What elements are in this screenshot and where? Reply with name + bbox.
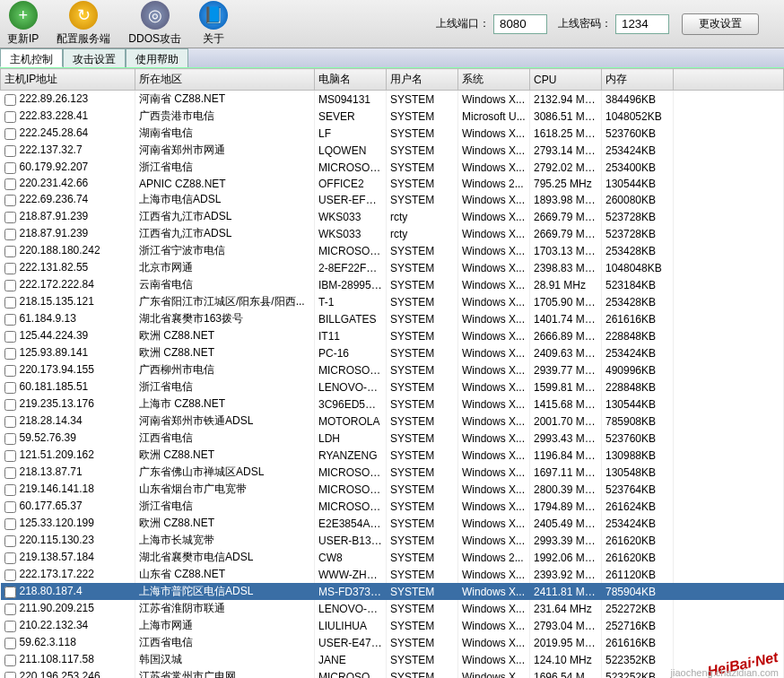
table-row[interactable]: 222.131.82.55北京市网通2-8EF22F98...SYSTEMWin… — [1, 259, 784, 276]
row-checkbox[interactable] — [4, 195, 16, 206]
table-row[interactable]: 219.146.141.18山东省烟台市广电宽带MICROSOF-...SYST… — [1, 481, 784, 498]
table-row[interactable]: 218.87.91.239江西省九江市ADSLWKS033rctyWindows… — [1, 225, 784, 242]
col-location[interactable]: 所在地区 — [135, 69, 315, 91]
row-checkbox[interactable] — [4, 246, 16, 257]
row-checkbox[interactable] — [4, 331, 16, 343]
row-checkbox[interactable] — [4, 314, 16, 326]
table-row[interactable]: 218.28.14.34河南省郑州市铁通ADSLMOTOROLASYSTEMWi… — [1, 413, 784, 430]
cell-mem: 252272KB — [602, 600, 674, 617]
cell-pc: IT11 — [315, 327, 387, 344]
table-row[interactable]: 60.179.92.207浙江省电信MICROSOF-...SYSTEMWind… — [1, 159, 784, 176]
table-row[interactable]: 210.22.132.34上海市网通LIULIHUASYSTEMWindows … — [1, 617, 784, 634]
row-checkbox[interactable] — [4, 552, 16, 564]
row-checkbox[interactable] — [4, 433, 16, 445]
col-memory[interactable]: 内存 — [602, 69, 674, 91]
row-checkbox[interactable] — [4, 162, 16, 174]
cell-mem: 523760KB — [602, 430, 674, 447]
host-table-wrap[interactable]: 主机IP地址 所在地区 电脑名 用户名 系统 CPU 内存 222.89.26.… — [0, 68, 784, 678]
col-extra[interactable] — [674, 69, 784, 91]
table-row[interactable]: 218.13.87.71广东省佛山市禅城区ADSLMICROSOF-...SYS… — [1, 464, 784, 481]
table-row[interactable]: 222.173.17.222山东省 CZ88.NETWWW-ZHYJ3SYSTE… — [1, 566, 784, 583]
row-checkbox[interactable] — [4, 297, 16, 309]
row-checkbox[interactable] — [4, 128, 16, 140]
row-checkbox[interactable] — [4, 365, 16, 377]
table-row[interactable]: 220.196.253.246江苏省常州市广电网MICROSOF-...SYST… — [1, 668, 784, 678]
cell-cpu: 2939.77 MHz — [530, 361, 602, 378]
table-row[interactable]: 125.44.224.39欧洲 CZ88.NETIT11SYSTEMWindow… — [1, 327, 784, 344]
table-row[interactable]: 211.108.117.58韩国汉城JANESYSTEMWindows X...… — [1, 651, 784, 668]
table-row[interactable]: 219.235.13.176上海市 CZ88.NET3C96ED5C2...SY… — [1, 396, 784, 413]
config-client-button[interactable]: ↻ 配置服务端 — [57, 1, 110, 47]
table-row[interactable]: 219.138.57.184湖北省襄樊市电信ADSLCW8SYSTEMWindo… — [1, 549, 784, 566]
cell-sys: Windows X... — [458, 481, 530, 498]
table-row[interactable]: 220.188.180.242浙江省宁波市电信MICROSOF-...SYSTE… — [1, 242, 784, 259]
tab-attack-settings[interactable]: 攻击设置 — [63, 48, 126, 67]
row-checkbox[interactable] — [4, 280, 16, 291]
row-checkbox[interactable] — [4, 518, 16, 530]
table-row[interactable]: 125.33.120.199欧洲 CZ88.NETE2E3854A4...SYS… — [1, 515, 784, 532]
row-checkbox[interactable] — [4, 535, 16, 547]
row-checkbox[interactable] — [4, 587, 16, 598]
table-row[interactable]: 220.173.94.155广西柳州市电信MICROSOF-...SYSTEMW… — [1, 361, 784, 378]
row-checkbox[interactable] — [4, 382, 16, 394]
ddos-button[interactable]: ◎ DDOS攻击 — [128, 1, 181, 47]
tab-host-control[interactable]: 主机控制 — [0, 48, 63, 67]
tab-help[interactable]: 使用帮助 — [126, 48, 188, 67]
table-row[interactable]: 60.181.185.51浙江省电信LENOVO-6E...SYSTEMWind… — [1, 378, 784, 396]
table-row[interactable]: 59.52.76.39江西省电信LDHSYSTEMWindows X...299… — [1, 430, 784, 447]
row-checkbox[interactable] — [4, 569, 16, 581]
table-row[interactable]: 61.184.9.13湖北省襄樊市163拨号BILLGATESSYSTEMWin… — [1, 310, 784, 327]
row-checkbox[interactable] — [4, 178, 16, 190]
table-row[interactable]: 218.15.135.121广东省阳江市江城区/阳东县/阳西...T-1SYST… — [1, 293, 784, 310]
table-row[interactable]: 222.89.26.123河南省 CZ88.NETMS094131SYSTEMW… — [1, 91, 784, 109]
cell-sys: Windows X... — [458, 413, 530, 430]
cell-user: SYSTEM — [387, 600, 458, 617]
table-row[interactable]: 222.83.228.41广西贵港市电信SEVERSYSTEMMicrosoft… — [1, 108, 784, 125]
row-checkbox[interactable] — [4, 263, 16, 274]
table-row[interactable]: 222.245.28.64湖南省电信LFSYSTEMWindows X...16… — [1, 125, 784, 142]
row-checkbox[interactable] — [4, 348, 16, 360]
col-pcname[interactable]: 电脑名 — [315, 69, 387, 91]
row-checkbox[interactable] — [4, 604, 16, 615]
cell-loc: 河南省 CZ88.NET — [135, 91, 315, 109]
row-checkbox[interactable] — [4, 145, 16, 157]
table-row[interactable]: 222.172.222.84云南省电信IBM-289950...SYSTEMWi… — [1, 276, 784, 293]
row-checkbox[interactable] — [4, 229, 16, 240]
table-row[interactable]: 121.51.209.162欧洲 CZ88.NETRYANZENGSYSTEMW… — [1, 447, 784, 464]
row-checkbox[interactable] — [4, 638, 16, 649]
port-input[interactable] — [493, 14, 547, 34]
row-checkbox[interactable] — [4, 467, 16, 479]
col-cpu[interactable]: CPU — [530, 69, 602, 91]
table-row[interactable]: 60.177.65.37浙江省电信MICROSOF-...SYSTEMWindo… — [1, 498, 784, 515]
table-row[interactable]: 211.90.209.215江苏省淮阴市联通LENOVO-A...SYSTEMW… — [1, 600, 784, 617]
cell-mem: 523760KB — [602, 125, 674, 142]
table-row[interactable]: 222.137.32.7河南省郑州市网通LQOWENSYSTEMWindows … — [1, 142, 784, 159]
col-system[interactable]: 系统 — [458, 69, 530, 91]
row-checkbox[interactable] — [4, 450, 16, 462]
table-row[interactable]: 220.115.130.23上海市长城宽带USER-B13F...SYSTEMW… — [1, 532, 784, 549]
table-row[interactable]: 125.93.89.141欧洲 CZ88.NETPC-16SYSTEMWindo… — [1, 344, 784, 361]
row-checkbox[interactable] — [4, 416, 16, 428]
table-row[interactable]: 220.231.42.66APNIC CZ88.NETOFFICE2SYSTEM… — [1, 176, 784, 191]
row-checkbox[interactable] — [4, 111, 16, 123]
table-row[interactable]: 218.80.187.4上海市普陀区电信ADSLMS-FD373D...SYST… — [1, 583, 784, 600]
row-checkbox[interactable] — [4, 94, 16, 106]
cell-cpu: 2793.04 MHz — [530, 617, 602, 634]
col-ip[interactable]: 主机IP地址 — [1, 69, 135, 91]
password-input[interactable] — [615, 14, 669, 34]
row-checkbox[interactable] — [4, 212, 16, 223]
row-checkbox[interactable] — [4, 655, 16, 666]
row-checkbox[interactable] — [4, 501, 16, 513]
row-checkbox[interactable] — [4, 672, 16, 678]
refresh-ip-button[interactable]: + 更新IP — [7, 1, 39, 47]
table-row[interactable]: 222.69.236.74上海市电信ADSLUSER-EFD0...SYSTEM… — [1, 191, 784, 208]
change-settings-button[interactable]: 更改设置 — [682, 13, 759, 35]
row-checkbox[interactable] — [4, 484, 16, 496]
table-row[interactable]: 218.87.91.239江西省九江市ADSLWKS033rctyWindows… — [1, 208, 784, 225]
about-button[interactable]: 📘 关于 — [199, 1, 228, 47]
table-row[interactable]: 59.62.3.118江西省电信USER-E471...SYSTEMWindow… — [1, 634, 784, 651]
cell-user: SYSTEM — [387, 378, 458, 396]
row-checkbox[interactable] — [4, 621, 16, 632]
row-checkbox[interactable] — [4, 399, 16, 411]
col-username[interactable]: 用户名 — [387, 69, 458, 91]
